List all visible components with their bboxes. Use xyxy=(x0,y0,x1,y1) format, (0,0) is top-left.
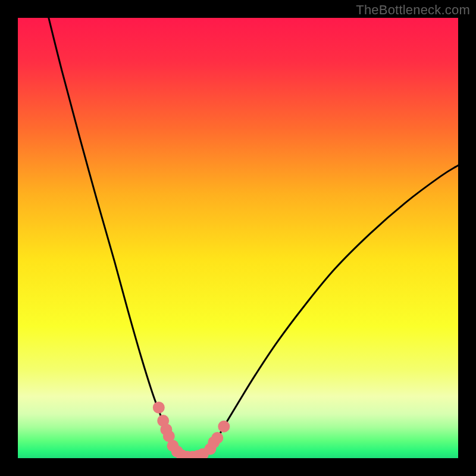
gradient-background xyxy=(18,18,458,458)
bottleneck-chart xyxy=(18,18,458,458)
pink-marker-right xyxy=(211,432,223,444)
watermark-text: TheBottleneck.com xyxy=(356,2,470,18)
pink-marker-left xyxy=(153,402,165,414)
chart-frame: TheBottleneck.com xyxy=(0,0,476,476)
pink-marker-outlier xyxy=(218,421,230,433)
